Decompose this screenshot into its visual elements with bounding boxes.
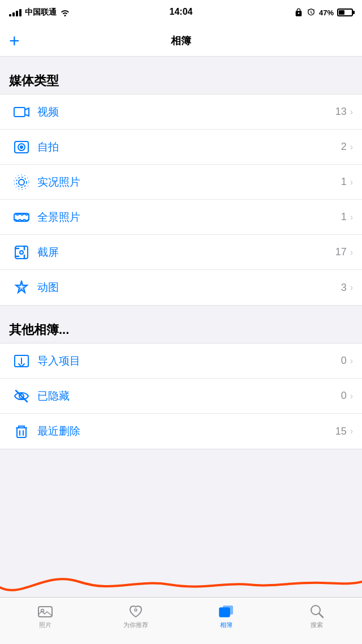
svg-point-4 [20, 146, 23, 148]
item-count: 2 [341, 141, 347, 153]
chevron-icon: › [350, 426, 353, 436]
list-item[interactable]: 动图 3 › [0, 270, 362, 305]
item-label: 截屏 [34, 245, 335, 260]
chevron-icon: › [350, 356, 353, 366]
foryou-tab-icon [128, 603, 144, 619]
tab-bar: 照片 为你推荐 相簿 搜索 [0, 597, 362, 644]
status-time: 14:04 [170, 7, 193, 17]
search-tab-label: 搜索 [311, 621, 323, 629]
search-tab-icon [309, 603, 325, 619]
item-count: 15 [335, 426, 347, 437]
list-item[interactable]: 实况照片 1 › [0, 165, 362, 200]
item-label: 已隐藏 [34, 389, 341, 403]
media-list: 视频 13 › 自拍 2 › [0, 94, 362, 306]
item-label: 自拍 [34, 140, 341, 154]
live-photo-icon [9, 170, 34, 195]
list-item[interactable]: 已隐藏 0 › [0, 379, 362, 414]
foryou-tab-label: 为你推荐 [123, 621, 148, 629]
status-left: 中国联通 [9, 7, 70, 18]
list-item[interactable]: 导入项目 0 › [0, 344, 362, 379]
svg-point-6 [16, 177, 27, 187]
chevron-icon: › [350, 247, 353, 257]
svg-rect-22 [223, 606, 233, 615]
media-section-header: 媒体类型 [0, 72, 362, 94]
other-section-header: 其他相簿... [0, 321, 362, 343]
item-count: 0 [341, 390, 347, 402]
item-label: 视频 [34, 105, 335, 119]
chevron-icon: › [350, 177, 353, 187]
add-button[interactable]: + [9, 32, 20, 50]
item-count: 17 [335, 246, 347, 258]
item-count: 13 [335, 106, 347, 118]
item-label: 导入项目 [34, 354, 341, 368]
item-count: 0 [341, 355, 347, 367]
status-right: 47% [294, 8, 353, 17]
media-section: 媒体类型 视频 13 › 自拍 2 [0, 72, 362, 306]
svg-marker-1 [25, 108, 29, 116]
status-bar: 中国联通 14:04 47% [0, 0, 362, 25]
wifi-icon [60, 8, 70, 16]
svg-rect-16 [17, 428, 26, 437]
list-item[interactable]: 截屏 17 › [0, 235, 362, 270]
chevron-icon: › [350, 212, 353, 222]
item-label: 动图 [34, 280, 341, 295]
battery-icon [337, 8, 353, 16]
battery-percent: 47% [319, 8, 334, 17]
tab-albums[interactable]: 相簿 [181, 603, 272, 629]
animated-gif-icon [9, 275, 34, 300]
alarm-icon [307, 8, 316, 17]
albums-tab-label: 相簿 [220, 621, 232, 629]
import-icon [9, 349, 34, 373]
other-list: 导入项目 0 › 已隐藏 0 › [0, 343, 362, 449]
lock-icon [294, 8, 303, 17]
list-item[interactable]: 全景照片 1 › [0, 200, 362, 235]
list-item[interactable]: 视频 13 › [0, 95, 362, 130]
screenshot-icon [9, 240, 34, 265]
video-icon [9, 100, 34, 124]
item-count: 3 [341, 282, 347, 294]
other-section: 其他相簿... 导入项目 0 › 已隐藏 [0, 321, 362, 449]
chevron-icon: › [350, 391, 353, 401]
trash-icon [9, 419, 34, 444]
carrier-label: 中国联通 [25, 7, 57, 18]
chevron-icon: › [350, 282, 353, 293]
svg-rect-0 [14, 108, 25, 117]
albums-tab-icon [218, 603, 234, 619]
list-item[interactable]: 自拍 2 › [0, 130, 362, 165]
signal-bars [9, 9, 21, 16]
tab-foryou[interactable]: 为你推荐 [90, 603, 181, 629]
item-count: 1 [341, 211, 347, 223]
item-label: 全景照片 [34, 210, 341, 225]
nav-bar: + 相簿 [0, 25, 362, 57]
list-item[interactable]: 最近删除 15 › [0, 414, 362, 449]
svg-point-5 [19, 179, 24, 185]
item-label: 实况照片 [34, 175, 341, 190]
svg-point-10 [20, 251, 23, 254]
item-count: 1 [341, 176, 347, 188]
photos-tab-label: 照片 [39, 621, 51, 629]
svg-line-25 [319, 613, 323, 617]
svg-rect-19 [38, 607, 52, 617]
tab-search[interactable]: 搜索 [272, 603, 362, 629]
photos-tab-icon [37, 603, 53, 619]
page-title: 相簿 [171, 34, 191, 48]
item-label: 最近删除 [34, 424, 335, 439]
hidden-icon [9, 384, 34, 409]
selfie-icon [9, 135, 34, 160]
tab-photos[interactable]: 照片 [0, 603, 90, 629]
chevron-icon: › [350, 142, 353, 152]
chevron-icon: › [350, 107, 353, 117]
panorama-icon [9, 205, 34, 230]
